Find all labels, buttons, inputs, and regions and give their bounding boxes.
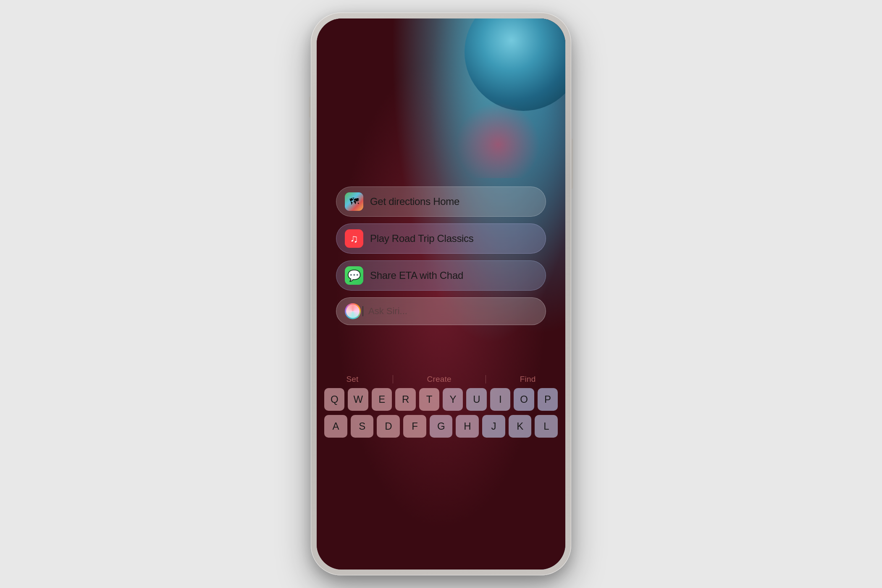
suggestion-messages[interactable]: 💬 Share ETA with Chad [336,260,546,291]
key-y[interactable]: Y [443,388,463,411]
phone-screen: 🗺 Get directions Home ♫ Play Road Trip C… [317,18,565,570]
red-glow-decoration [456,102,540,178]
siri-suggestions-area: 🗺 Get directions Home ♫ Play Road Trip C… [317,178,565,368]
suggestion-directions-text: Get directions Home [370,196,459,207]
maps-icon-inner: 🗺 [345,192,363,211]
mute-button[interactable] [309,97,311,118]
siri-cursor [362,306,363,316]
key-k[interactable]: K [509,415,532,438]
key-d[interactable]: D [377,415,400,438]
quick-action-find[interactable]: Find [520,375,536,384]
music-app-icon: ♫ [345,229,363,248]
key-r[interactable]: R [395,388,415,411]
keyboard-area: Set Create Find Q W E R T Y U [317,368,565,570]
siri-placeholder-text: Ask Siri... [368,306,407,317]
volume-down-button[interactable] [309,172,311,206]
key-u[interactable]: U [466,388,486,411]
key-p[interactable]: P [538,388,558,411]
key-a[interactable]: A [324,415,347,438]
suggestion-messages-text: Share ETA with Chad [370,270,463,281]
key-o[interactable]: O [514,388,534,411]
screen-background: 🗺 Get directions Home ♫ Play Road Trip C… [317,18,565,570]
quick-action-create[interactable]: Create [427,375,452,384]
key-i[interactable]: I [490,388,510,411]
siri-orb-icon [345,303,361,319]
quick-action-set[interactable]: Set [346,375,358,384]
key-w[interactable]: W [348,388,368,411]
maps-app-icon: 🗺 [345,192,363,211]
suggestion-music-text: Play Road Trip Classics [370,233,474,244]
keyboard-keys: Q W E R T Y U I O P A S D [321,388,561,438]
music-icon-symbol: ♫ [350,232,358,245]
key-t[interactable]: T [419,388,439,411]
key-g[interactable]: G [430,415,453,438]
key-f[interactable]: F [403,415,426,438]
screen-top-area [317,18,565,178]
quick-actions-row: Set Create Find [321,368,561,388]
divider-2 [486,375,486,383]
key-h[interactable]: H [456,415,479,438]
teal-sphere-decoration [465,18,565,111]
power-button[interactable] [571,139,573,189]
key-e[interactable]: E [372,388,392,411]
volume-up-button[interactable] [309,130,311,164]
keyboard-row-1: Q W E R T Y U I O P [324,388,558,411]
key-s[interactable]: S [351,415,374,438]
messages-icon-symbol: 💬 [347,269,361,282]
divider-1 [393,375,393,383]
phone-frame: 🗺 Get directions Home ♫ Play Road Trip C… [311,13,571,575]
key-q[interactable]: Q [324,388,344,411]
siri-input-bar[interactable]: Ask Siri... [336,297,546,325]
messages-app-icon: 💬 [345,266,363,285]
keyboard-row-2: A S D F G H J K L [324,415,558,438]
suggestion-directions[interactable]: 🗺 Get directions Home [336,186,546,217]
key-j[interactable]: J [482,415,505,438]
key-l[interactable]: L [535,415,558,438]
suggestion-music[interactable]: ♫ Play Road Trip Classics [336,223,546,254]
